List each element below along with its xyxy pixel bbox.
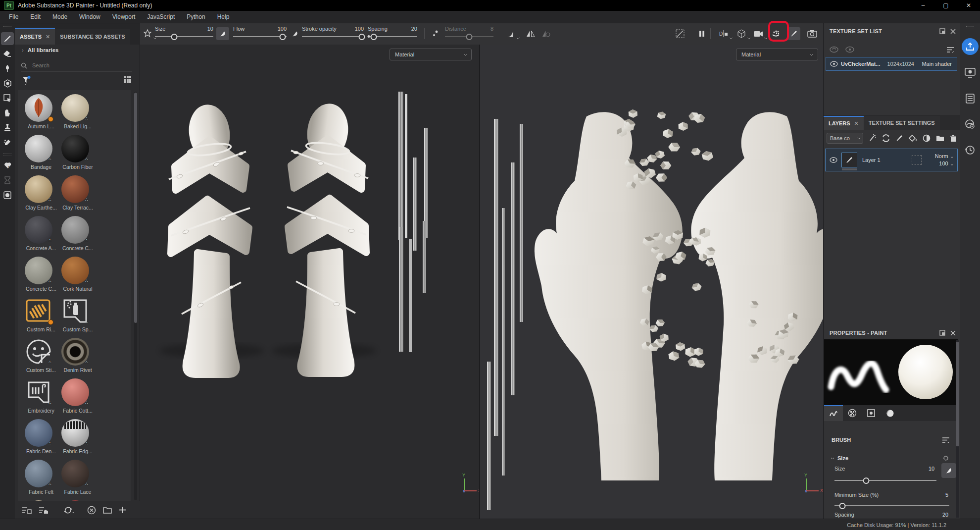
layer-blend-mode[interactable]: Norm ⌄ bbox=[926, 153, 954, 160]
prop-size-pressure-toggle[interactable] bbox=[941, 463, 956, 478]
asset-item[interactable]: ∴Custom Sti... bbox=[24, 338, 58, 378]
reset-icon[interactable] bbox=[942, 455, 949, 462]
tab-texture-set-settings[interactable]: TEXTURE SET SETTINGS bbox=[864, 116, 940, 130]
size-track[interactable] bbox=[155, 36, 213, 37]
stroke-opacity-handle[interactable] bbox=[359, 34, 365, 40]
viewport-3d[interactable]: Material Y X bbox=[140, 45, 479, 519]
distance-handle[interactable] bbox=[466, 34, 473, 40]
delete-layer-button[interactable] bbox=[950, 135, 957, 142]
tool-projection-button[interactable] bbox=[1, 62, 14, 75]
shelf-button[interactable] bbox=[964, 92, 977, 105]
viewport-2d[interactable]: Material Y X bbox=[479, 45, 823, 519]
viewport-2d-canvas[interactable] bbox=[480, 45, 823, 519]
shader-dropdown-3d[interactable]: Material bbox=[390, 49, 472, 60]
layer-thumbnail[interactable] bbox=[841, 153, 857, 167]
clear-selection-button[interactable] bbox=[87, 506, 96, 515]
layer-opacity[interactable]: 100 ⌄ bbox=[926, 160, 954, 167]
asset-item[interactable]: ∴Concrete C... bbox=[24, 257, 58, 297]
history-button[interactable] bbox=[964, 144, 977, 157]
stroke-shape-selector[interactable] bbox=[141, 27, 154, 40]
grid-view-icon[interactable] bbox=[124, 76, 132, 84]
menu-viewport[interactable]: Viewport bbox=[106, 11, 141, 23]
tool-paint-button[interactable] bbox=[1, 32, 14, 45]
tool-polygon-fill-button[interactable] bbox=[1, 92, 14, 105]
tool-strip-grip[interactable] bbox=[3, 153, 11, 156]
paint-brush-mode-button[interactable] bbox=[787, 27, 800, 40]
asset-item[interactable]: ∴Custom Sp... bbox=[60, 297, 95, 338]
close-panel-icon[interactable] bbox=[950, 330, 956, 336]
camera-view-button[interactable] bbox=[752, 27, 765, 40]
asset-item[interactable]: ∴Fabric Edg... bbox=[60, 419, 95, 460]
add-paint-layer-button[interactable] bbox=[895, 134, 903, 142]
spacing-handle[interactable] bbox=[371, 34, 377, 40]
eye-sync-icon[interactable] bbox=[830, 46, 838, 53]
menu-edit[interactable]: Edit bbox=[24, 11, 47, 23]
brush-filter-icon[interactable] bbox=[941, 436, 950, 444]
all-libraries-selector[interactable]: › All libraries bbox=[22, 47, 58, 53]
screenshot-button[interactable] bbox=[806, 27, 819, 40]
asset-item[interactable]: ∴Embroidery bbox=[24, 378, 58, 419]
new-folder-button[interactable] bbox=[103, 506, 112, 514]
asset-item[interactable]: ∴Fabric Cott... bbox=[60, 378, 95, 419]
tab-assets-close-icon[interactable]: ✕ bbox=[46, 34, 50, 40]
mesh-planks[interactable] bbox=[398, 92, 428, 352]
asset-item[interactable]: ∴Autumn L... bbox=[24, 94, 58, 135]
asset-item[interactable]: ∴Clay Earthe... bbox=[24, 175, 58, 216]
tool-smart-materials-button[interactable]: 1 bbox=[1, 159, 14, 172]
maximize-button[interactable]: ▢ bbox=[934, 0, 957, 11]
tool-eraser-button[interactable] bbox=[1, 47, 14, 60]
asset-item[interactable]: ∴Cork Natural bbox=[60, 257, 95, 297]
mesh-totem-right[interactable] bbox=[287, 105, 368, 373]
add-effect-button[interactable] bbox=[869, 134, 877, 142]
tool-strip-grip[interactable] bbox=[3, 26, 11, 29]
search-input[interactable]: Search bbox=[21, 59, 132, 72]
import-resources-button[interactable] bbox=[22, 506, 32, 514]
tool-material-picker-button[interactable] bbox=[1, 136, 14, 149]
viewport-3d-canvas[interactable] bbox=[140, 45, 479, 519]
asset-item[interactable]: ∴Fabric Den... bbox=[24, 419, 58, 460]
tab-alpha[interactable] bbox=[843, 405, 862, 421]
add-group-button[interactable] bbox=[923, 134, 931, 142]
tool-physics-button[interactable] bbox=[1, 174, 14, 187]
size-pressure-toggle[interactable] bbox=[216, 27, 229, 40]
tool-generator-button[interactable] bbox=[1, 189, 14, 202]
distance-track[interactable] bbox=[445, 36, 493, 37]
stroke-opacity-track[interactable] bbox=[302, 36, 364, 37]
asset-item[interactable]: ∴Clay Terrac... bbox=[60, 175, 95, 216]
channel-filter-dropdown[interactable]: Base co bbox=[827, 133, 863, 144]
float-panel-icon[interactable] bbox=[939, 28, 945, 34]
shader-dropdown-2d[interactable]: Material bbox=[736, 49, 818, 60]
refresh-assets-button[interactable] bbox=[63, 506, 74, 515]
float-panel-icon[interactable] bbox=[939, 330, 945, 336]
prop-min-size-handle[interactable] bbox=[839, 503, 846, 509]
flow-track[interactable] bbox=[233, 36, 287, 37]
distance-slider[interactable]: Distance 8 bbox=[445, 26, 493, 43]
export-button[interactable] bbox=[962, 38, 979, 55]
add-smart-material-button[interactable] bbox=[882, 134, 890, 142]
symmetry-button[interactable] bbox=[524, 27, 537, 40]
tab-assets[interactable]: ASSETS ✕ bbox=[15, 28, 55, 45]
tab-brush[interactable] bbox=[824, 405, 843, 421]
tab-layers-close-icon[interactable]: ✕ bbox=[854, 120, 859, 127]
asset-item[interactable]: ∴Concrete A... bbox=[24, 216, 58, 257]
size-group-header[interactable]: Size bbox=[824, 453, 956, 463]
split-view-button[interactable]: D bbox=[717, 27, 730, 40]
filter-list-icon[interactable] bbox=[946, 46, 955, 53]
asset-item[interactable]: ∴Carbon Fiber bbox=[60, 135, 95, 175]
asset-item[interactable]: ∴Fabric Lace bbox=[60, 460, 95, 500]
tool-clone-button[interactable] bbox=[1, 121, 14, 134]
prop-size-handle[interactable] bbox=[863, 477, 869, 484]
tab-stencil[interactable] bbox=[862, 405, 881, 421]
asset-item[interactable]: ∴Fabric Felt bbox=[24, 460, 58, 500]
pause-engine-button[interactable] bbox=[695, 27, 708, 40]
spacing-slider[interactable]: Spacing 20 bbox=[368, 26, 417, 43]
folder-button[interactable] bbox=[936, 135, 944, 142]
view-3d-button[interactable] bbox=[735, 27, 748, 40]
assets-scrollbar[interactable] bbox=[134, 92, 137, 500]
tab-substance-3d-assets[interactable]: SUBSTANCE 3D ASSETS bbox=[55, 29, 130, 45]
tab-material[interactable] bbox=[881, 405, 899, 421]
eye-single-icon[interactable] bbox=[845, 46, 854, 53]
tool-smudge-button[interactable] bbox=[1, 106, 14, 119]
stroke-opacity-slider[interactable]: Stroke opacity 100 bbox=[302, 26, 364, 43]
asset-item[interactable]: ∴Custom Ri... bbox=[24, 297, 58, 338]
